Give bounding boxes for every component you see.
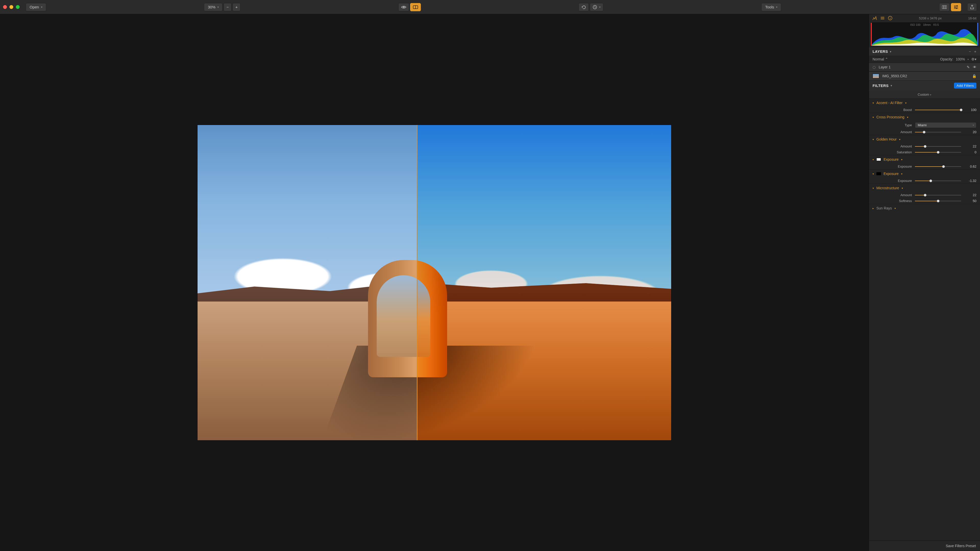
mask-swatch	[877, 172, 881, 175]
chevron-down-icon: ▾	[902, 187, 903, 189]
preset-name: Custom	[918, 93, 929, 97]
minus-icon[interactable]: −	[969, 49, 971, 54]
fullscreen-window-button[interactable]	[16, 5, 20, 9]
opacity-value[interactable]: 100%	[956, 57, 965, 61]
control-label: Exposure	[887, 179, 912, 183]
chevron-down-icon: ▾	[873, 158, 874, 161]
tools-label: Tools	[765, 5, 774, 9]
canvas-viewport[interactable]: Before After	[0, 14, 869, 551]
layer-row[interactable]: ◌ Layer 1 ✎ 👁	[869, 63, 980, 71]
control-value: 0.62	[964, 165, 977, 168]
control-value: 22	[964, 193, 977, 197]
tools-menu[interactable]: Tools ▾	[761, 3, 781, 11]
minimize-window-button[interactable]	[10, 5, 13, 9]
filter-header[interactable]: ▾Exposure▾	[869, 170, 980, 178]
open-menu[interactable]: Open ▾	[26, 3, 46, 11]
histogram[interactable]: ISO 100 18mm f/3.5	[870, 22, 978, 46]
side-toggle-group	[939, 3, 961, 11]
history-group: ▾	[579, 3, 603, 11]
shadow-clip-indicator[interactable]	[871, 23, 872, 46]
filters-header[interactable]: FILTERS ▾ Add Filters	[869, 81, 980, 91]
visibility-icon[interactable]: 👁	[973, 65, 977, 69]
highlight-clip-indicator[interactable]	[977, 23, 978, 46]
filter-panel: ▸Sun Rays▾	[869, 204, 980, 212]
filter-name: Microstructure	[877, 186, 899, 190]
control-label: Exposure	[887, 165, 912, 168]
control-label: Amount	[887, 144, 912, 148]
filters-panel-button[interactable]	[951, 3, 961, 11]
share-button[interactable]	[967, 3, 977, 11]
filter-panel: ▾Exposure▾Exposure -1.32	[869, 169, 980, 184]
filter-control: Exposure 0.62	[869, 164, 980, 169]
image-before	[197, 125, 417, 440]
zoom-level[interactable]: 30% ▾	[204, 3, 223, 11]
slider[interactable]	[915, 145, 961, 148]
zoom-group: 30% ▾ − +	[204, 3, 240, 11]
filter-control: Type Miami	[869, 121, 980, 129]
layer-name: Layer 1	[879, 65, 891, 69]
slider[interactable]	[915, 200, 961, 203]
filter-panel: ▾Microstructure▾Amount 22Softness 50	[869, 184, 980, 204]
filter-name: Exposure	[883, 171, 899, 176]
chevron-down-icon: ▾	[873, 102, 874, 104]
layers-header[interactable]: LAYERS ▾ − +	[869, 48, 980, 56]
select-input[interactable]: Miami	[915, 122, 977, 128]
svg-point-0	[403, 6, 404, 8]
layers-title: LAYERS	[873, 49, 888, 54]
control-value: -1.32	[964, 179, 977, 183]
preview-button[interactable]	[398, 3, 409, 11]
image-bitdepth: 16-bit	[968, 16, 977, 20]
chevron-down-icon: ▾	[599, 6, 600, 8]
compare-split-button[interactable]	[410, 3, 421, 11]
compare-icon	[413, 5, 418, 9]
layer-options-row: Normal ⌃ Opacity: 100%▾ ⚙︎▾	[869, 56, 980, 63]
batch-icon[interactable]	[880, 16, 885, 20]
compare-divider[interactable]	[417, 125, 417, 440]
filter-header[interactable]: ▾Cross Processing▾	[869, 113, 980, 121]
chevron-down-icon: ▾	[901, 172, 902, 175]
control-label: Softness	[887, 199, 912, 203]
plus-icon[interactable]: +	[974, 49, 977, 54]
side-info-row: 5208 x 3476 px 16-bit	[869, 14, 980, 22]
svg-rect-4	[942, 6, 943, 9]
chevron-down-icon: ▾	[890, 50, 891, 53]
filter-header[interactable]: ▾Microstructure▾	[869, 184, 980, 192]
control-value: 100	[964, 108, 977, 112]
filter-control: Softness 50	[869, 198, 980, 204]
svg-point-7	[956, 5, 958, 6]
preset-selector[interactable]: Custom ▾	[869, 91, 980, 98]
histogram-icon[interactable]	[873, 16, 877, 20]
layer-mask-icon: ◌	[873, 65, 876, 69]
info-icon[interactable]	[888, 16, 892, 21]
slider[interactable]	[915, 130, 961, 134]
gear-icon[interactable]: ⚙︎▾	[971, 57, 977, 61]
app-root: Open ▾ 30% ▾ − +	[0, 0, 980, 551]
zoom-in-button[interactable]: +	[232, 3, 240, 11]
layer-row[interactable]: IMG_9593.CR2 🔒	[869, 71, 980, 81]
add-filters-button[interactable]: Add Filters	[954, 83, 977, 89]
presets-panel-button[interactable]	[939, 3, 950, 11]
slider[interactable]	[915, 179, 961, 183]
slider[interactable]	[915, 194, 961, 197]
image-dimensions: 5208 x 3476 px	[919, 16, 942, 20]
history-button[interactable]: ▾	[590, 3, 603, 11]
filter-header[interactable]: ▸Sun Rays▾	[869, 204, 980, 212]
filter-header[interactable]: ▾Exposure▾	[869, 156, 980, 164]
opacity-label: Opacity:	[940, 57, 953, 61]
filter-header[interactable]: ▾Accent - AI Filter▾	[869, 99, 980, 107]
filter-panel: ▾Cross Processing▾Type MiamiAmount 20	[869, 113, 980, 135]
undo-button[interactable]	[579, 3, 589, 11]
blend-mode[interactable]: Normal ⌃	[873, 57, 888, 61]
slider[interactable]	[915, 165, 961, 168]
zoom-out-button[interactable]: −	[224, 3, 231, 11]
close-window-button[interactable]	[3, 5, 7, 9]
brush-icon[interactable]: ✎	[967, 65, 970, 69]
chevron-down-icon: ▾	[41, 6, 42, 8]
slider[interactable]	[915, 108, 961, 111]
filter-header[interactable]: ▾Golden Hour▾	[869, 135, 980, 143]
save-preset-button[interactable]: Save Filters Preset	[869, 540, 980, 551]
slider[interactable]	[915, 151, 961, 154]
history-icon	[593, 5, 597, 10]
chevron-down-icon: ▾	[907, 116, 908, 119]
filter-control: Exposure -1.32	[869, 178, 980, 184]
